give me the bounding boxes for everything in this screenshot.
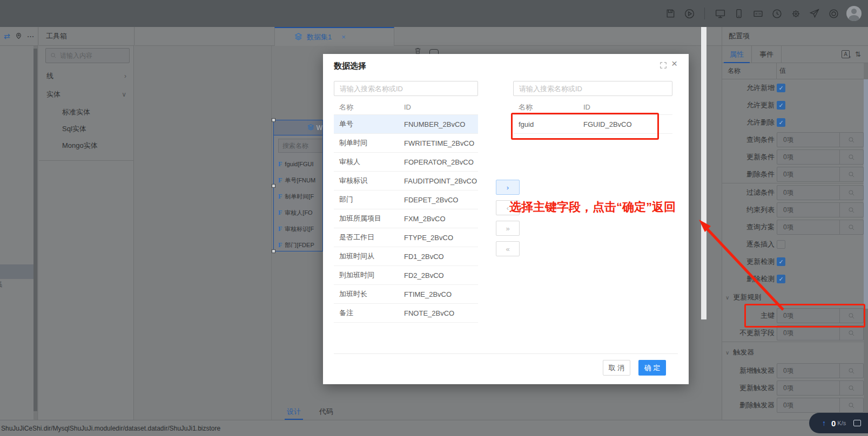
picker-input[interactable]: 0项 (777, 325, 864, 340)
move-all-right-button[interactable]: » (496, 221, 520, 236)
entity-field-row[interactable]: Ffguid[FGUI (274, 156, 323, 172)
toolbox-item-Mongo实体[interactable]: Mongo实体 (39, 137, 134, 154)
search-icon[interactable] (839, 150, 863, 164)
record-icon[interactable] (827, 8, 839, 19)
network-indicator[interactable]: ↑ 0 K/s (809, 413, 868, 433)
property-label: 删除检测 (722, 274, 775, 284)
selection-handle[interactable] (272, 249, 275, 253)
user-avatar[interactable] (846, 6, 862, 21)
mini-tree-selected-row[interactable] (0, 264, 33, 279)
picker-input[interactable]: 0项 (777, 132, 864, 147)
toolbox-group-label: 线 (46, 71, 53, 81)
available-field-row[interactable]: 审核标识FAUDITPOINT_2BvCO (334, 172, 478, 190)
toolbox-group-线[interactable]: 线› (39, 67, 134, 85)
config-tab-事件[interactable]: 事件 (752, 46, 782, 63)
entity-field-row[interactable]: F审核标识[F (274, 221, 323, 237)
tab-dataset1[interactable]: 数据集1 × (274, 27, 394, 46)
sort-icon[interactable]: ⇅ (855, 50, 861, 58)
ok-button[interactable]: 确 定 (638, 360, 666, 376)
search-icon[interactable] (839, 398, 863, 412)
picker-input[interactable]: 0项 (777, 220, 864, 235)
ratio-icon[interactable] (752, 8, 764, 19)
selection-handle[interactable] (272, 118, 275, 122)
chevron-right-icon[interactable]: › (124, 72, 126, 80)
checkbox-unchecked[interactable] (777, 240, 785, 249)
monitor-icon[interactable] (714, 8, 726, 19)
config-panel-scrollbar[interactable] (864, 63, 868, 420)
swap-icon[interactable]: ⇄ (4, 32, 10, 40)
toolbox-group-实体[interactable]: 实体∨ (39, 85, 134, 104)
search-icon[interactable] (839, 364, 863, 378)
available-field-row[interactable]: 加班时长FTIME_2BvCO (334, 285, 478, 304)
scrollbar-thumb[interactable] (33, 49, 37, 411)
available-field-row[interactable]: 加班所属项目FXM_2BvCO (334, 209, 478, 228)
more-icon[interactable]: ⋯ (27, 32, 35, 40)
picker-value: 0项 (777, 188, 839, 197)
picker-input[interactable]: 0项 (777, 363, 864, 378)
picker-input[interactable]: 0项 (777, 398, 864, 413)
cancel-button[interactable]: 取 消 (603, 360, 630, 376)
selection-handle[interactable] (272, 184, 275, 188)
tab-close-icon[interactable]: × (341, 33, 346, 41)
location-pin-icon[interactable] (15, 32, 22, 41)
send-icon[interactable] (809, 8, 820, 19)
picker-input[interactable]: 0项 (777, 202, 864, 217)
entity-field-row[interactable]: F单号[FNUM (274, 172, 323, 188)
close-icon[interactable]: × (671, 58, 677, 70)
modal-search-right[interactable] (513, 81, 672, 96)
scrollbar-thumb[interactable] (864, 79, 868, 309)
canvas-tab-代码[interactable]: 代码 (319, 407, 333, 417)
available-field-row[interactable]: 部门FDEPET_2BvCO (334, 190, 478, 209)
entity-field-row[interactable]: F制单时间[F (274, 188, 323, 205)
search-icon[interactable] (839, 167, 863, 181)
picker-input[interactable]: 0项 (777, 380, 864, 396)
search-icon[interactable] (839, 326, 863, 340)
section-header-触发器[interactable]: ∨触发器 (722, 343, 864, 362)
available-field-row[interactable]: 是否工作日FTYPE_2BvCO (334, 228, 478, 247)
canvas-tab-设计[interactable]: 设计 (287, 407, 301, 417)
checkbox-checked[interactable]: ✓ (777, 84, 785, 92)
search-icon[interactable] (839, 186, 863, 200)
run-icon[interactable] (683, 8, 695, 19)
checkbox-checked[interactable]: ✓ (777, 257, 785, 266)
available-field-row[interactable]: 备注FNOTE_2BvCO (334, 304, 478, 323)
search-icon[interactable] (839, 133, 863, 147)
move-right-button[interactable]: › (496, 180, 520, 195)
expand-icon[interactable] (660, 62, 667, 71)
gear-icon[interactable] (790, 8, 802, 19)
add-field-icon[interactable]: A (842, 50, 850, 58)
toolbox-search-input[interactable]: 请输入内容 (45, 48, 130, 63)
entity-field-row[interactable]: F审核人[FO (274, 205, 323, 221)
picker-input[interactable]: 0项 (777, 167, 864, 182)
search-icon[interactable] (839, 203, 863, 217)
mini-panel-scrollbar[interactable] (33, 46, 38, 420)
available-field-row[interactable]: 审核人FOPERATOR_2BvCO (334, 153, 478, 172)
field-name: 到加班时间 (334, 270, 404, 280)
available-field-row[interactable]: 制单时间FWRITETIME_2BvCO (334, 134, 478, 153)
save-icon[interactable] (664, 8, 676, 19)
canvas-scrollbar[interactable] (701, 27, 706, 319)
available-field-row[interactable]: 单号FNUMBER_2BvCO (334, 115, 478, 134)
column-value: 值 (777, 63, 868, 79)
search-icon[interactable] (839, 220, 863, 234)
mobile-icon[interactable] (733, 8, 745, 19)
entity-card[interactable]: W 搜索名称 Ffguid[FGUIF单号[FNUMF制单时间[FF审核人[FO… (273, 120, 323, 251)
available-field-row[interactable]: 到加班时间FD2_2BvCO (334, 266, 478, 285)
toolbox-item-标准实体[interactable]: 标准实体 (39, 104, 134, 120)
checkbox-checked[interactable]: ✓ (777, 118, 785, 127)
modal-search-left[interactable] (334, 81, 478, 96)
toolbox-item-Sql实体[interactable]: Sql实体 (39, 120, 134, 137)
available-field-row[interactable]: 加班时间从FD1_2BvCO (334, 247, 478, 266)
picker-input[interactable]: 0项 (777, 149, 864, 165)
picker-input[interactable]: 0项 (777, 185, 864, 200)
entity-field-row[interactable]: F部门[FDEP (274, 237, 323, 251)
checkbox-checked[interactable]: ✓ (777, 101, 785, 110)
move-all-left-button[interactable]: « (496, 241, 520, 256)
entity-card-search-input[interactable]: 搜索名称 (278, 139, 323, 153)
search-icon[interactable] (839, 381, 863, 395)
entity-card-header[interactable]: W (274, 120, 323, 135)
config-tab-属性[interactable]: 属性 (722, 46, 752, 63)
chevron-down-icon[interactable]: ∨ (122, 91, 126, 98)
checkbox-checked[interactable]: ✓ (777, 275, 785, 283)
clock-icon[interactable] (771, 8, 783, 19)
